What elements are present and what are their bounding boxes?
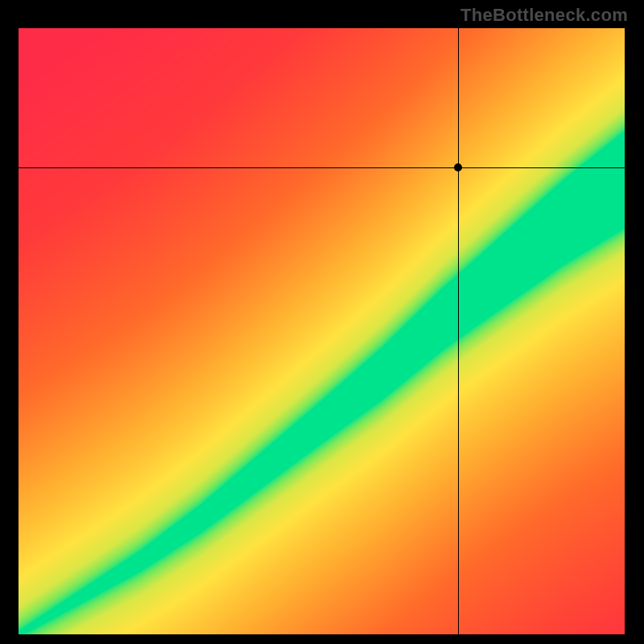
crosshair-vertical	[458, 28, 459, 634]
marker-dot	[454, 163, 462, 171]
heatmap-canvas	[19, 28, 625, 634]
watermark-text: TheBottleneck.com	[460, 5, 628, 26]
heatmap-plot	[19, 28, 625, 634]
crosshair-horizontal	[19, 167, 625, 168]
